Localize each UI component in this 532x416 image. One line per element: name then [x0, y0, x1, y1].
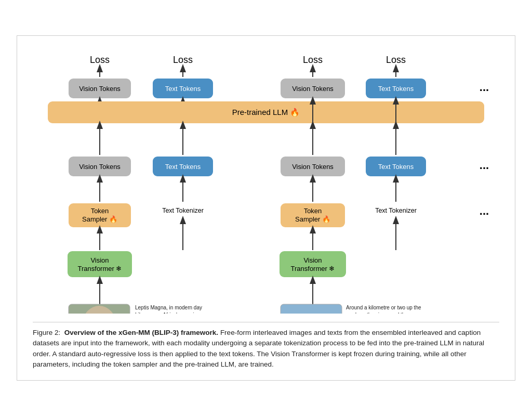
loss-label-1: Loss: [90, 55, 110, 65]
text-tokens-mid-left: Text Tokens: [165, 163, 201, 171]
caption-bold: Overview of the xGen-MM (BLIP-3) framewo…: [64, 329, 218, 336]
svg-rect-17: [68, 251, 132, 277]
vision-transformer-left-2: Transformer ❄: [78, 265, 122, 272]
text-tokens-top-left: Text Tokens: [165, 85, 201, 93]
vision-tokens-mid-right: Vision Tokens: [292, 163, 334, 171]
loss-label-2: Loss: [173, 55, 193, 65]
main-diagram-svg: Loss Loss Vision Tokens Text Tokens Pre-…: [32, 48, 500, 314]
token-sampler-left-2: Sampler 🔥: [82, 215, 118, 224]
text-snippet-left: Leptis Magna, in modern day Libya, once …: [135, 304, 212, 314]
svg-rect-40: [280, 251, 346, 277]
svg-rect-47: [281, 304, 342, 314]
figure-caption: Figure 2: Overview of the xGen-MM (BLIP-…: [33, 322, 499, 370]
dots-sampler: ...: [480, 204, 489, 217]
vision-tokens-mid-left: Vision Tokens: [79, 163, 121, 171]
token-sampler-right-2: Sampler 🔥: [295, 215, 331, 224]
diagram-area: Loss Loss Vision Tokens Text Tokens Pre-…: [33, 48, 499, 314]
loss-label-3: Loss: [303, 55, 323, 65]
dots-top: ...: [480, 81, 489, 94]
text-snippet-right: Around a kilometre or two up the road ar…: [346, 304, 430, 314]
text-tokens-mid-right: Text Tokens: [378, 163, 414, 171]
text-tokenizer-left: Text Tokenizer: [162, 207, 204, 214]
vision-tokens-top-left: Vision Tokens: [79, 85, 121, 93]
vision-tokens-top-right: Vision Tokens: [292, 85, 334, 93]
text-tokenizer-right: Text Tokenizer: [375, 207, 417, 214]
token-sampler-left: Token: [91, 207, 109, 215]
vision-transformer-right: Vision: [303, 256, 322, 264]
figure-container: Loss Loss Vision Tokens Text Tokens Pre-…: [17, 35, 515, 381]
figure-number: Figure 2:: [33, 329, 60, 336]
dots-mid: ...: [480, 159, 489, 172]
llm-bar: Pre-trained LLM 🔥: [232, 108, 300, 117]
vision-transformer-left: Vision: [90, 256, 109, 264]
token-sampler-right: Token: [304, 207, 322, 215]
vision-transformer-right-2: Transformer ❄: [291, 265, 335, 272]
text-tokens-top-right: Text Tokens: [378, 85, 414, 93]
loss-label-4: Loss: [386, 55, 406, 65]
